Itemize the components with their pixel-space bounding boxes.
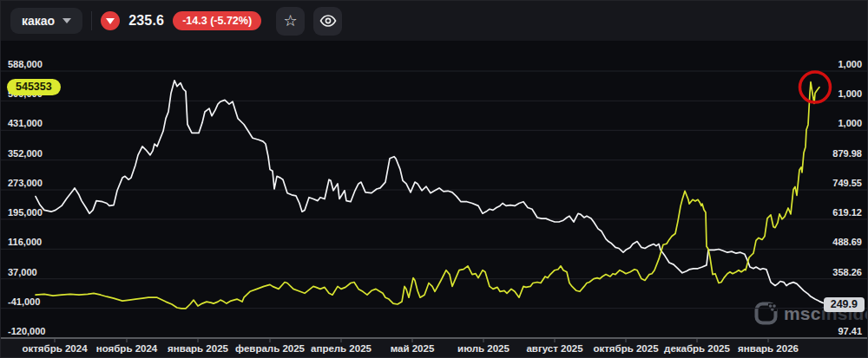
series-price-white [36,81,836,303]
price-chart[interactable] [1,1,868,358]
chart-widget: какао 235.6 -14.3 (-5.72%) ☆ mscinsider [0,0,868,358]
series-position-yellow [36,82,819,309]
left-axis-current-value-badge: 545353 [7,79,61,95]
right-axis-current-value-badge: 249.9 [824,297,865,312]
